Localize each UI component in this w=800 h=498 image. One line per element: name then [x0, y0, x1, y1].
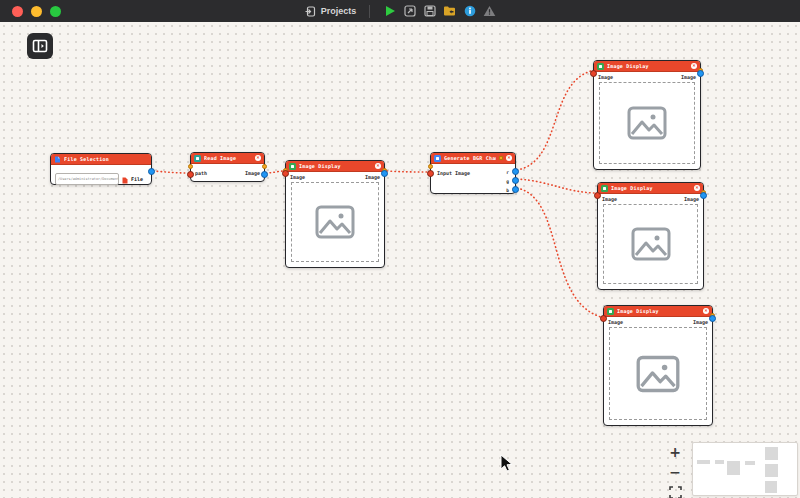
node-image-display-2[interactable]: Image Display × Image Image [593, 60, 701, 170]
output-port-r[interactable] [512, 168, 519, 175]
output-port-label: Image [365, 174, 380, 180]
file-doc-icon [122, 169, 128, 188]
export-icon[interactable] [403, 5, 416, 18]
node-title: Image Display [607, 63, 688, 69]
input-port-path[interactable] [187, 171, 194, 178]
output-port-g[interactable] [512, 177, 519, 184]
output-port-label-r: r [506, 168, 509, 177]
app-window: Projects [0, 0, 800, 498]
node-generate-bgr-channels[interactable]: Generate BGR Channels × Input Image r g … [430, 152, 516, 194]
flow-port-header[interactable] [499, 156, 503, 160]
close-node-button[interactable]: × [255, 155, 261, 161]
info-icon[interactable] [463, 5, 476, 18]
input-port-image[interactable] [600, 315, 607, 322]
output-port-label-b: b [506, 186, 509, 195]
minimap[interactable] [692, 442, 798, 496]
input-port-image[interactable] [282, 170, 289, 177]
fit-view-icon [669, 486, 682, 498]
node-title: Read Image [204, 155, 252, 161]
image-preview-box [603, 204, 698, 284]
projects-button[interactable]: Projects [304, 5, 357, 18]
node-header: Image Display × [594, 61, 700, 72]
file-port-label: File [131, 176, 143, 182]
output-port-image[interactable] [261, 171, 268, 178]
image-display-icon [289, 163, 296, 170]
minimap-node [697, 460, 710, 464]
node-image-display-1[interactable]: Image Display × Image Image [285, 160, 385, 268]
node-header: Image Display × [604, 306, 712, 317]
traffic-lights [12, 6, 61, 17]
output-port-label: Image [684, 196, 699, 202]
minimap-node [765, 464, 778, 477]
input-port-label: Image [608, 319, 623, 325]
image-preview-box [609, 327, 707, 420]
flow-port-out[interactable] [262, 164, 267, 169]
node-image-display-4[interactable]: Image Display × Image Image [603, 305, 713, 426]
output-port-image[interactable] [697, 70, 704, 77]
input-port-label: Input Image [437, 170, 470, 176]
input-port-image[interactable] [594, 192, 601, 199]
mouse-cursor [499, 454, 515, 472]
node-header: Image Display × [286, 161, 384, 172]
node-read-image[interactable]: Read Image × path Image [190, 152, 265, 182]
input-port-image[interactable] [590, 70, 597, 77]
node-title: Image Display [611, 185, 691, 191]
node-header: Read Image × [191, 153, 264, 164]
zoom-in-button[interactable]: + [666, 444, 684, 460]
image-preview-box [599, 82, 695, 164]
node-header: File Selection [51, 154, 151, 165]
node-image-display-3[interactable]: Image Display × Image Image [597, 182, 704, 290]
input-port-label: Image [598, 74, 613, 80]
save-icon[interactable] [423, 5, 436, 18]
zoom-window-button[interactable] [50, 6, 61, 17]
flow-port-in[interactable] [188, 164, 193, 169]
image-display-icon [607, 308, 614, 315]
close-node-button[interactable]: × [703, 308, 709, 314]
node-title: Image Display [299, 163, 372, 169]
canvas-controls: + − [664, 444, 686, 498]
close-node-button[interactable]: × [506, 155, 512, 161]
image-placeholder-icon [315, 205, 355, 239]
close-window-button[interactable] [12, 6, 23, 17]
zoom-out-button[interactable]: − [666, 464, 684, 480]
image-placeholder-icon [631, 227, 671, 261]
projects-icon [304, 5, 317, 18]
input-port-label: Image [602, 196, 617, 202]
fit-view-button[interactable] [666, 484, 684, 498]
output-port-image[interactable] [700, 192, 707, 199]
play-icon[interactable] [383, 5, 396, 18]
file-path-field[interactable]: /Users/administrator/Documents/_LAB/C [55, 173, 119, 185]
output-port-label: Image [693, 319, 708, 325]
output-port-label-g: g [506, 177, 509, 186]
output-port-label: Image [245, 170, 260, 176]
image-placeholder-icon [636, 355, 680, 393]
close-node-button[interactable]: × [375, 163, 381, 169]
output-port-image[interactable] [381, 170, 388, 177]
input-port-label: path [195, 170, 207, 176]
node-title: Image Display [617, 308, 700, 314]
node-file-selection[interactable]: File Selection /Users/administrator/Docu… [50, 153, 152, 185]
node-title: File Selection [64, 156, 148, 162]
minimap-node [765, 481, 777, 493]
output-port-b[interactable] [512, 186, 519, 193]
image-preview-box [291, 182, 379, 262]
image-display-icon [597, 63, 604, 70]
flow-port-in[interactable] [428, 164, 433, 169]
open-folder-icon[interactable] [443, 5, 456, 18]
input-port-image[interactable] [427, 170, 434, 177]
read-image-icon [194, 155, 201, 162]
warning-icon[interactable] [483, 5, 496, 18]
close-node-button[interactable]: × [691, 63, 697, 69]
sidebar-toggle-button[interactable] [27, 33, 53, 59]
close-node-button[interactable]: × [694, 185, 700, 191]
output-port-image[interactable] [709, 315, 716, 322]
output-port-file[interactable] [148, 168, 155, 175]
node-header: Image Display × [598, 183, 703, 194]
minimap-node [727, 461, 740, 475]
toolbar-separator [369, 5, 370, 18]
input-port-label: Image [290, 174, 305, 180]
minimap-node [715, 460, 724, 464]
projects-label: Projects [321, 6, 357, 16]
minimize-window-button[interactable] [31, 6, 42, 17]
minimap-node [745, 461, 755, 465]
